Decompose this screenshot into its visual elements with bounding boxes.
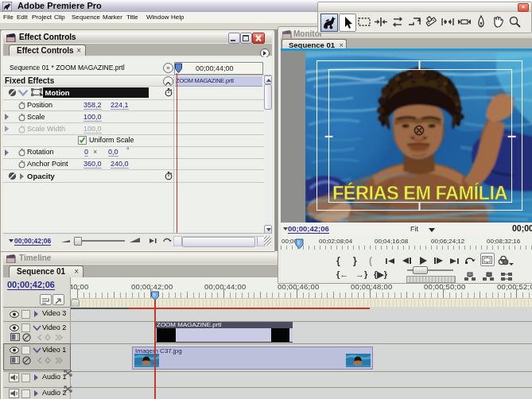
svg-text:FÉRIAS EM FAMÍLIA: FÉRIAS EM FAMÍLIA (332, 182, 508, 203)
